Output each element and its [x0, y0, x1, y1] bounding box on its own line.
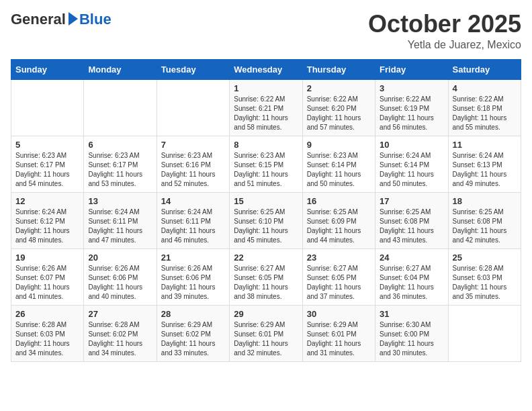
day-number: 31: [380, 309, 443, 319]
calendar-cell: 29Sunrise: 6:29 AM Sunset: 6:01 PM Dayli…: [230, 305, 302, 361]
day-info: Sunrise: 6:23 AM Sunset: 6:16 PM Dayligh…: [161, 151, 225, 189]
calendar-cell: 30Sunrise: 6:29 AM Sunset: 6:01 PM Dayli…: [302, 305, 375, 361]
day-number: 29: [234, 309, 298, 319]
day-number: 7: [161, 140, 225, 150]
day-info: Sunrise: 6:22 AM Sunset: 6:18 PM Dayligh…: [453, 95, 517, 132]
calendar-cell: 18Sunrise: 6:25 AM Sunset: 6:08 PM Dayli…: [448, 192, 521, 248]
week-row-1: 1Sunrise: 6:22 AM Sunset: 6:21 PM Daylig…: [11, 79, 521, 136]
day-info: Sunrise: 6:24 AM Sunset: 6:14 PM Dayligh…: [380, 151, 443, 189]
title-section: October 2025 Yetla de Juarez, Mexico: [368, 11, 521, 51]
week-row-4: 19Sunrise: 6:26 AM Sunset: 6:07 PM Dayli…: [11, 248, 521, 305]
calendar-cell: 23Sunrise: 6:27 AM Sunset: 6:05 PM Dayli…: [302, 248, 375, 305]
calendar-cell: 4Sunrise: 6:22 AM Sunset: 6:18 PM Daylig…: [448, 79, 521, 136]
day-number: 18: [453, 196, 517, 206]
day-number: 9: [307, 140, 371, 150]
day-number: 15: [234, 196, 298, 206]
day-number: 25: [453, 253, 517, 263]
calendar-cell: [11, 79, 84, 136]
calendar-cell: 19Sunrise: 6:26 AM Sunset: 6:07 PM Dayli…: [11, 248, 84, 305]
day-info: Sunrise: 6:28 AM Sunset: 6:03 PM Dayligh…: [15, 320, 79, 358]
day-info: Sunrise: 6:28 AM Sunset: 6:02 PM Dayligh…: [88, 320, 152, 358]
calendar-cell: 28Sunrise: 6:29 AM Sunset: 6:02 PM Dayli…: [157, 305, 229, 361]
calendar-cell: 17Sunrise: 6:25 AM Sunset: 6:08 PM Dayli…: [375, 192, 448, 248]
weekday-header-thursday: Thursday: [302, 59, 375, 79]
day-number: 26: [15, 309, 79, 319]
day-info: Sunrise: 6:30 AM Sunset: 6:00 PM Dayligh…: [380, 320, 443, 358]
day-info: Sunrise: 6:25 AM Sunset: 6:09 PM Dayligh…: [307, 208, 371, 245]
day-number: 11: [453, 140, 517, 150]
location-text: Yetla de Juarez, Mexico: [368, 39, 521, 51]
day-number: 12: [15, 196, 79, 206]
day-number: 5: [15, 140, 79, 150]
week-row-3: 12Sunrise: 6:24 AM Sunset: 6:12 PM Dayli…: [11, 192, 521, 248]
calendar-cell: [448, 305, 521, 361]
calendar-cell: 2Sunrise: 6:22 AM Sunset: 6:20 PM Daylig…: [302, 79, 375, 136]
calendar-cell: [157, 79, 229, 136]
day-number: 22: [234, 253, 298, 263]
day-number: 20: [88, 253, 152, 263]
calendar-cell: 20Sunrise: 6:26 AM Sunset: 6:06 PM Dayli…: [84, 248, 157, 305]
calendar: SundayMondayTuesdayWednesdayThursdayFrid…: [11, 59, 521, 362]
day-info: Sunrise: 6:29 AM Sunset: 6:01 PM Dayligh…: [234, 320, 298, 358]
day-info: Sunrise: 6:26 AM Sunset: 6:07 PM Dayligh…: [15, 264, 79, 302]
day-info: Sunrise: 6:24 AM Sunset: 6:13 PM Dayligh…: [453, 151, 517, 189]
day-number: 28: [161, 309, 225, 319]
weekday-header-sunday: Sunday: [11, 59, 84, 79]
header: General Blue October 2025 Yetla de Juare…: [11, 11, 521, 51]
calendar-cell: 21Sunrise: 6:26 AM Sunset: 6:06 PM Dayli…: [157, 248, 229, 305]
day-number: 14: [161, 196, 225, 206]
calendar-cell: 9Sunrise: 6:23 AM Sunset: 6:14 PM Daylig…: [302, 136, 375, 192]
weekday-header-wednesday: Wednesday: [230, 59, 302, 79]
calendar-cell: 31Sunrise: 6:30 AM Sunset: 6:00 PM Dayli…: [375, 305, 448, 361]
logo: General Blue: [11, 11, 112, 28]
week-row-5: 26Sunrise: 6:28 AM Sunset: 6:03 PM Dayli…: [11, 305, 521, 361]
calendar-cell: 12Sunrise: 6:24 AM Sunset: 6:12 PM Dayli…: [11, 192, 84, 248]
day-number: 8: [234, 140, 298, 150]
day-info: Sunrise: 6:27 AM Sunset: 6:05 PM Dayligh…: [307, 264, 371, 302]
weekday-header-tuesday: Tuesday: [157, 59, 229, 79]
weekday-header-saturday: Saturday: [448, 59, 521, 79]
week-row-2: 5Sunrise: 6:23 AM Sunset: 6:17 PM Daylig…: [11, 136, 521, 192]
day-info: Sunrise: 6:29 AM Sunset: 6:02 PM Dayligh…: [161, 320, 225, 358]
calendar-cell: [84, 79, 157, 136]
day-info: Sunrise: 6:24 AM Sunset: 6:12 PM Dayligh…: [15, 208, 79, 245]
day-info: Sunrise: 6:24 AM Sunset: 6:11 PM Dayligh…: [161, 208, 225, 245]
weekday-header-monday: Monday: [84, 59, 157, 79]
day-info: Sunrise: 6:25 AM Sunset: 6:08 PM Dayligh…: [453, 208, 517, 245]
day-info: Sunrise: 6:29 AM Sunset: 6:01 PM Dayligh…: [307, 320, 371, 358]
day-number: 6: [88, 140, 152, 150]
day-number: 10: [380, 140, 443, 150]
weekday-header-friday: Friday: [375, 59, 448, 79]
calendar-cell: 25Sunrise: 6:28 AM Sunset: 6:03 PM Dayli…: [448, 248, 521, 305]
calendar-cell: 1Sunrise: 6:22 AM Sunset: 6:21 PM Daylig…: [230, 79, 302, 136]
day-info: Sunrise: 6:26 AM Sunset: 6:06 PM Dayligh…: [161, 264, 225, 302]
day-info: Sunrise: 6:24 AM Sunset: 6:11 PM Dayligh…: [88, 208, 152, 245]
day-info: Sunrise: 6:28 AM Sunset: 6:03 PM Dayligh…: [453, 264, 517, 302]
day-info: Sunrise: 6:25 AM Sunset: 6:10 PM Dayligh…: [234, 208, 298, 245]
day-info: Sunrise: 6:23 AM Sunset: 6:17 PM Dayligh…: [15, 151, 79, 189]
logo-blue-text: Blue: [79, 11, 112, 28]
calendar-cell: 14Sunrise: 6:24 AM Sunset: 6:11 PM Dayli…: [157, 192, 229, 248]
day-info: Sunrise: 6:22 AM Sunset: 6:20 PM Dayligh…: [307, 95, 371, 132]
calendar-cell: 22Sunrise: 6:27 AM Sunset: 6:05 PM Dayli…: [230, 248, 302, 305]
day-info: Sunrise: 6:23 AM Sunset: 6:15 PM Dayligh…: [234, 151, 298, 189]
day-number: 24: [380, 253, 443, 263]
calendar-cell: 10Sunrise: 6:24 AM Sunset: 6:14 PM Dayli…: [375, 136, 448, 192]
weekday-header-row: SundayMondayTuesdayWednesdayThursdayFrid…: [11, 59, 521, 79]
day-number: 1: [234, 83, 298, 93]
calendar-cell: 16Sunrise: 6:25 AM Sunset: 6:09 PM Dayli…: [302, 192, 375, 248]
calendar-cell: 24Sunrise: 6:27 AM Sunset: 6:04 PM Dayli…: [375, 248, 448, 305]
calendar-cell: 6Sunrise: 6:23 AM Sunset: 6:17 PM Daylig…: [84, 136, 157, 192]
calendar-cell: 3Sunrise: 6:22 AM Sunset: 6:19 PM Daylig…: [375, 79, 448, 136]
calendar-cell: 13Sunrise: 6:24 AM Sunset: 6:11 PM Dayli…: [84, 192, 157, 248]
day-number: 3: [380, 83, 443, 93]
day-info: Sunrise: 6:23 AM Sunset: 6:17 PM Dayligh…: [88, 151, 152, 189]
calendar-cell: 26Sunrise: 6:28 AM Sunset: 6:03 PM Dayli…: [11, 305, 84, 361]
calendar-cell: 5Sunrise: 6:23 AM Sunset: 6:17 PM Daylig…: [11, 136, 84, 192]
logo-general-text: General: [11, 11, 66, 28]
day-number: 19: [15, 253, 79, 263]
calendar-cell: 27Sunrise: 6:28 AM Sunset: 6:02 PM Dayli…: [84, 305, 157, 361]
calendar-cell: 11Sunrise: 6:24 AM Sunset: 6:13 PM Dayli…: [448, 136, 521, 192]
day-info: Sunrise: 6:22 AM Sunset: 6:19 PM Dayligh…: [380, 95, 443, 132]
day-number: 4: [453, 83, 517, 93]
